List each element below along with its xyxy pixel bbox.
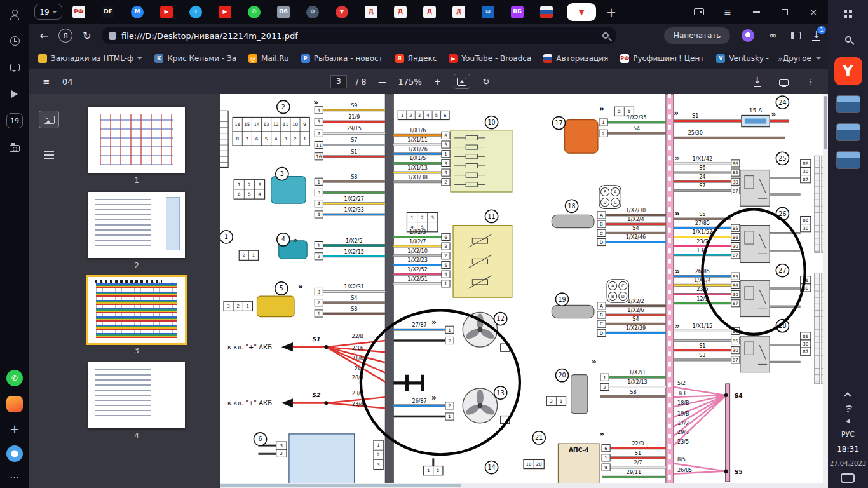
bookmark-fishing[interactable]: РРыбалка - новост <box>301 54 383 63</box>
svg-text:21: 21 <box>535 434 543 441</box>
pinned-tab-dzen-1[interactable]: Д <box>365 6 377 18</box>
pdf-print-button[interactable] <box>777 74 791 89</box>
tray-expand-icon[interactable] <box>844 392 851 399</box>
thumbnail-preview[interactable] <box>88 107 185 173</box>
pinned-tab-maps[interactable]: ▼ <box>336 6 348 18</box>
add-panel-button[interactable]: + <box>10 422 20 436</box>
thumbnail-page-1[interactable]: 1 <box>88 107 185 185</box>
window-preview-1[interactable] <box>836 95 860 113</box>
page-number-input[interactable]: 3 <box>330 75 347 88</box>
svg-text:1/X2/27: 1/X2/27 <box>344 196 364 202</box>
menu-icon[interactable]: ≡ <box>722 6 733 18</box>
maximize-button[interactable] <box>779 6 790 18</box>
fit-page-button[interactable] <box>454 74 470 89</box>
window-preview-2[interactable] <box>836 123 860 141</box>
close-button[interactable]: × <box>808 6 819 18</box>
address-bar[interactable]: file:///D:/Desktop/ниваа/21214m_2011.pdf <box>102 27 616 44</box>
pinned-tab-youtube-1[interactable]: ▶ <box>160 6 173 18</box>
yandex-logo[interactable]: Y <box>834 57 862 85</box>
bookmarks-other-folder[interactable]: Другое <box>783 54 821 63</box>
wifi-icon[interactable] <box>843 405 853 412</box>
thumbnail-preview[interactable] <box>88 362 185 428</box>
pinned-tab-dzen-2[interactable]: Д <box>394 6 407 18</box>
reload-button[interactable]: ↻ <box>80 30 94 42</box>
rotate-button[interactable]: ↻ <box>479 74 493 89</box>
browser-app-icon[interactable] <box>6 445 23 462</box>
bookmark-mail[interactable]: @Mail.Ru <box>248 54 289 63</box>
pinned-tab-dzen-4[interactable]: Д <box>452 6 465 18</box>
pinned-tab-ru-flag[interactable] <box>540 6 553 18</box>
pdf-download-button[interactable]: ↓ <box>750 74 764 89</box>
active-tab-pdf[interactable]: ▼ <box>567 3 596 21</box>
rail-tab-counter[interactable]: 19 <box>6 113 23 128</box>
svg-text:S4: S4 <box>634 125 640 132</box>
pdf-sidebar-toggle[interactable]: ≡ <box>39 74 53 89</box>
outline-view-button[interactable] <box>39 146 59 164</box>
pinned-tab-pb[interactable]: Пб <box>277 6 290 18</box>
whatsapp-icon[interactable]: ✆ <box>6 370 23 386</box>
alice-icon[interactable] <box>742 29 754 42</box>
history-icon[interactable] <box>7 33 22 48</box>
downloads-button[interactable]: ↓ 1 <box>812 30 820 42</box>
tab-counter[interactable]: 19 <box>34 4 62 20</box>
thumbnail-preview[interactable] <box>88 277 185 343</box>
pinned-tab-settings[interactable]: ⚙ <box>306 6 319 18</box>
bookmark-label: YouTube - Broadca <box>461 54 531 63</box>
thumbnail-page-2[interactable]: 2 <box>88 192 185 270</box>
thumbnails-view-button[interactable] <box>39 111 59 128</box>
search-icon[interactable] <box>841 32 856 47</box>
svg-text:S4: S4 <box>735 393 743 399</box>
horizontal-scrollbar[interactable] <box>220 483 828 488</box>
window-preview-3[interactable] <box>836 151 860 169</box>
pinned-tab-messenger[interactable]: М <box>131 6 144 18</box>
horizontal-scroll-thumb[interactable] <box>220 484 461 487</box>
minimize-button[interactable] <box>750 6 762 18</box>
language-indicator[interactable]: РУС <box>841 430 855 438</box>
bookmark-vk[interactable]: ККрис Кельми - За <box>154 54 236 63</box>
bookmark-youtube[interactable]: ▶YouTube - Broadca <box>449 54 531 63</box>
new-tab-button[interactable]: + <box>606 5 616 19</box>
yandex-home-button[interactable]: Я <box>58 29 72 43</box>
pinned-tab-dzen-3[interactable]: Д <box>423 6 436 18</box>
comments-icon[interactable] <box>7 60 22 75</box>
cast-icon[interactable] <box>693 6 705 18</box>
sidebar-panel-icon[interactable] <box>791 32 801 39</box>
svg-text:12: 12 <box>497 315 505 322</box>
pinned-tab-whatsapp[interactable]: ✆ <box>248 6 261 18</box>
pdf-more-button[interactable]: ⋮ <box>804 74 818 89</box>
print-page-button[interactable]: Напечатать <box>664 27 730 44</box>
apps-grid-icon[interactable] <box>841 6 856 22</box>
thumbnail-page-3[interactable]: 3 <box>88 277 185 355</box>
orange-app-icon[interactable] <box>6 396 23 412</box>
screenshot-icon[interactable] <box>7 140 22 155</box>
zoom-in-button[interactable]: + <box>431 74 445 89</box>
clock-time[interactable]: 18:31 <box>837 445 859 454</box>
pinned-tab-telegram[interactable]: ✈ <box>189 6 202 18</box>
pinned-tab-wb[interactable]: ВБ <box>511 6 524 18</box>
svg-text:11: 11 <box>283 121 288 127</box>
more-apps-icon[interactable]: ⋯ <box>10 471 20 483</box>
profile-icon[interactable] <box>7 6 22 22</box>
pinned-tab-mail[interactable]: ✉ <box>482 6 494 18</box>
pinned-tab-driftfishing[interactable]: DF <box>102 6 114 18</box>
pinned-tab-youtube-2[interactable]: ▶ <box>219 6 231 18</box>
taskbar-pill-icon[interactable] <box>841 473 855 483</box>
vertical-scrollbar[interactable] <box>823 94 828 488</box>
bookmark-yandex[interactable]: ЯЯндекс <box>395 54 437 63</box>
bookmark-ventusky[interactable]: VVentusky - <box>716 54 769 63</box>
thumbnail-preview[interactable] <box>88 192 185 258</box>
bookmark-ru-flag[interactable]: Авторизация <box>543 54 608 63</box>
svg-text:1: 1 <box>318 243 320 248</box>
volume-icon[interactable] <box>846 419 850 424</box>
video-icon[interactable] <box>7 86 22 102</box>
collections-icon[interactable]: ∞ <box>766 30 780 41</box>
vertical-scroll-thumb[interactable] <box>824 96 827 149</box>
pinned-tab-rusfishing[interactable]: РФ <box>72 6 85 18</box>
bookmark-rusfishing[interactable]: РФРусфишинг! Цент <box>620 54 704 63</box>
thumbnail-page-4[interactable]: 4 <box>88 362 185 440</box>
bookmark-folder[interactable]: Закладки из HTML-ф <box>38 54 142 63</box>
bookmarks-overflow[interactable]: » <box>778 54 783 64</box>
back-button[interactable]: ← <box>37 30 51 42</box>
zoom-out-button[interactable]: — <box>376 74 390 89</box>
find-in-page-icon[interactable] <box>602 32 609 39</box>
